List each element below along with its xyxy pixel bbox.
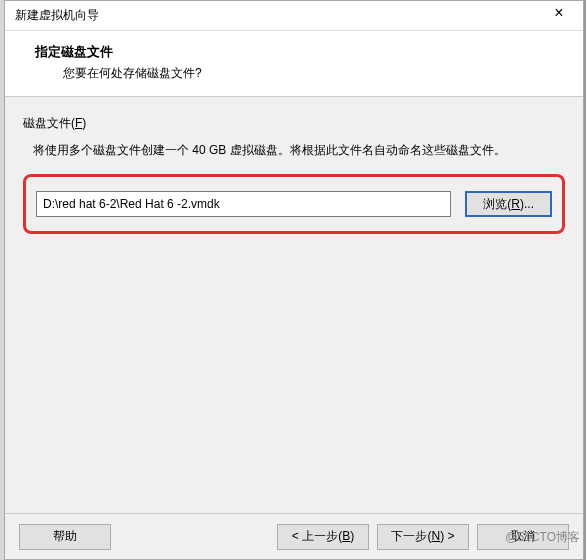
disk-file-description: 将使用多个磁盘文件创建一个 40 GB 虚拟磁盘。将根据此文件名自动命名这些磁盘…	[33, 140, 565, 160]
label-pre: 磁盘文件(	[23, 116, 75, 130]
help-button[interactable]: 帮助	[19, 524, 111, 550]
header-title: 指定磁盘文件	[35, 43, 567, 61]
back-pre: < 上一步(	[292, 529, 342, 543]
disk-path-input[interactable]	[36, 191, 451, 217]
back-button[interactable]: < 上一步(B)	[277, 524, 369, 550]
browse-hotkey: R	[511, 197, 520, 211]
wizard-window: 新建虚拟机向导 × 指定磁盘文件 您要在何处存储磁盘文件? 磁盘文件(F) 将使…	[4, 0, 584, 560]
next-pre: 下一步(	[391, 529, 431, 543]
window-title: 新建虚拟机向导	[15, 7, 99, 24]
next-post: ) >	[440, 529, 454, 543]
header-subtitle: 您要在何处存储磁盘文件?	[63, 65, 567, 82]
next-button[interactable]: 下一步(N) >	[377, 524, 469, 550]
wizard-header: 指定磁盘文件 您要在何处存储磁盘文件?	[5, 31, 583, 97]
disk-file-label: 磁盘文件(F)	[23, 115, 565, 132]
browse-post: )...	[520, 197, 534, 211]
wizard-content: 磁盘文件(F) 将使用多个磁盘文件创建一个 40 GB 虚拟磁盘。将根据此文件名…	[5, 97, 583, 513]
watermark-text: @51CTO博客	[505, 529, 580, 546]
browse-button[interactable]: 浏览(R)...	[465, 191, 552, 217]
back-post: )	[350, 529, 354, 543]
next-hotkey: N	[431, 529, 440, 543]
titlebar: 新建虚拟机向导 ×	[5, 1, 583, 31]
back-hotkey: B	[342, 529, 350, 543]
browse-pre: 浏览(	[483, 197, 511, 211]
help-label: 帮助	[53, 529, 77, 543]
wizard-footer: 帮助 < 上一步(B) 下一步(N) > 取消	[5, 513, 583, 559]
highlight-annotation: 浏览(R)...	[23, 174, 565, 234]
close-button[interactable]: ×	[539, 0, 579, 27]
label-post: )	[82, 116, 86, 130]
close-icon: ×	[554, 4, 563, 22]
